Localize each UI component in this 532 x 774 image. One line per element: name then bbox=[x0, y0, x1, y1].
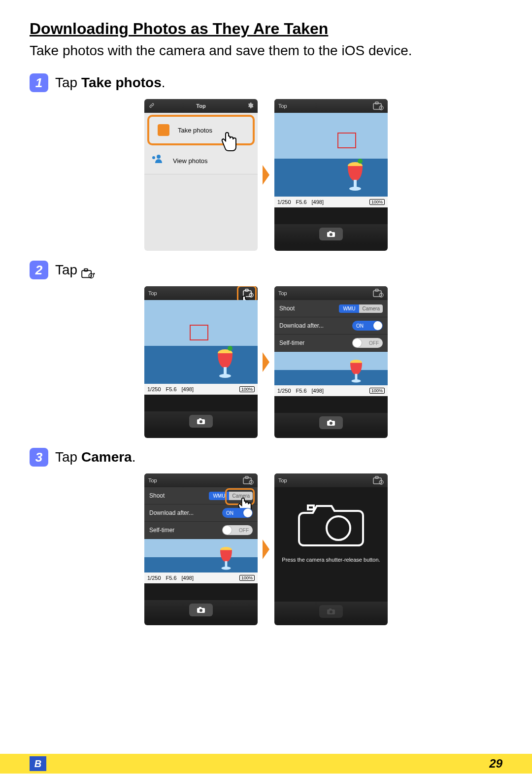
camera-info-bar: 1/250F5.6[498]100% bbox=[274, 385, 388, 396]
svg-rect-46 bbox=[225, 561, 228, 568]
page-footer: B 29 bbox=[0, 754, 532, 774]
step-1-number: 1 bbox=[30, 73, 48, 92]
step-3-number: 3 bbox=[30, 448, 48, 467]
step-1-text: Tap Take photos. bbox=[55, 75, 166, 91]
camera-settings-icon[interactable] bbox=[373, 476, 384, 485]
menu-view-photos[interactable]: View photos bbox=[144, 147, 258, 174]
download-toggle[interactable]: ON bbox=[352, 321, 383, 331]
camera-info-bar: 1/250F5.6[498]100% bbox=[144, 572, 258, 583]
svg-rect-58 bbox=[329, 608, 332, 610]
shutter-button[interactable] bbox=[189, 604, 213, 616]
screenshot-press-shutter: Top Press the camera shutter-release but… bbox=[274, 473, 388, 625]
header-top-small: Top bbox=[148, 290, 157, 296]
svg-rect-49 bbox=[199, 607, 201, 608]
svg-marker-3 bbox=[263, 165, 269, 185]
svg-point-40 bbox=[330, 422, 332, 425]
photo-subject bbox=[345, 157, 365, 194]
svg-point-34 bbox=[381, 295, 382, 296]
setting-download: Download after... ON bbox=[274, 317, 388, 335]
focus-indicator bbox=[190, 325, 208, 340]
screenshot-tap-gear: Top 1/250F5.6[498]100% bbox=[144, 286, 258, 438]
header-title: Top bbox=[155, 103, 247, 109]
shutter-button[interactable] bbox=[319, 228, 343, 240]
step-3: 3 Tap Camera. Top Shoot WMU Camera bbox=[30, 448, 502, 625]
svg-rect-2 bbox=[160, 129, 166, 131]
svg-point-59 bbox=[330, 610, 332, 613]
svg-rect-16 bbox=[84, 269, 88, 271]
screenshot-menu: Top Take photos View photos bbox=[144, 99, 258, 251]
header-gear-icon bbox=[247, 102, 254, 110]
svg-marker-51 bbox=[263, 539, 269, 559]
svg-point-56 bbox=[327, 516, 350, 540]
setting-selftimer: Self-timer OFF bbox=[274, 335, 388, 352]
step-3-text: Tap Camera. bbox=[55, 449, 135, 465]
camera-settings-inline-icon bbox=[81, 267, 92, 275]
header-top-small: Top bbox=[278, 103, 287, 109]
svg-rect-28 bbox=[199, 418, 201, 420]
svg-rect-13 bbox=[329, 231, 332, 233]
svg-point-26 bbox=[228, 346, 233, 351]
footer-page-number: 29 bbox=[489, 757, 502, 771]
setting-selftimer: Self-timer OFF bbox=[144, 522, 258, 539]
camera-outline-icon bbox=[294, 496, 368, 552]
screenshot-liveview: Top 1/250 F5.6 [498] bbox=[274, 99, 388, 251]
svg-point-37 bbox=[351, 379, 361, 382]
photo-subject bbox=[215, 344, 235, 381]
focus-indicator bbox=[337, 133, 356, 148]
svg-rect-32 bbox=[375, 289, 378, 291]
svg-rect-9 bbox=[354, 180, 357, 188]
svg-point-7 bbox=[381, 107, 382, 109]
intro-text: Take photos with the camera and save the… bbox=[30, 43, 502, 59]
svg-point-10 bbox=[349, 187, 361, 191]
svg-point-55 bbox=[381, 482, 382, 483]
shoot-segmented[interactable]: WMU Camera bbox=[339, 304, 383, 313]
arrow-icon bbox=[263, 352, 269, 372]
shutter-button[interactable] bbox=[189, 415, 213, 428]
arrow-icon bbox=[263, 165, 269, 185]
svg-point-50 bbox=[200, 609, 202, 612]
arrow-icon bbox=[263, 539, 269, 559]
svg-point-11 bbox=[358, 159, 363, 164]
svg-point-14 bbox=[330, 233, 332, 236]
menu-view-photos-label: View photos bbox=[173, 157, 208, 165]
footer-section-badge: B bbox=[30, 756, 46, 771]
svg-point-47 bbox=[221, 567, 231, 570]
camera-settings-icon[interactable] bbox=[373, 101, 384, 110]
step-2-number: 2 bbox=[30, 261, 48, 279]
view-photos-icon bbox=[150, 152, 167, 169]
header-link-icon bbox=[148, 102, 155, 110]
svg-rect-5 bbox=[375, 102, 378, 104]
svg-rect-39 bbox=[329, 420, 332, 421]
svg-rect-53 bbox=[375, 476, 378, 478]
step-1: 1 Tap Take photos. Top Take pho bbox=[30, 73, 502, 251]
svg-point-44 bbox=[251, 482, 252, 483]
shutter-button[interactable] bbox=[319, 416, 343, 429]
camera-info-bar: 1/250F5.6[498]100% bbox=[144, 384, 258, 395]
selftimer-toggle[interactable]: OFF bbox=[222, 525, 253, 535]
menu-take-photos-label: Take photos bbox=[178, 127, 212, 134]
shutter-button-disabled bbox=[319, 605, 343, 618]
camera-info-bar: 1/250 F5.6 [498] 100% bbox=[274, 197, 388, 207]
press-shutter-message: Press the camera shutter-release button. bbox=[278, 552, 384, 563]
camera-settings-icon[interactable] bbox=[243, 476, 254, 485]
svg-point-29 bbox=[200, 420, 202, 423]
photo-subject bbox=[347, 356, 365, 385]
selftimer-toggle[interactable]: OFF bbox=[352, 338, 383, 348]
step-2-text: Tap . bbox=[55, 262, 96, 278]
step-2: 2 Tap . Top bbox=[30, 261, 502, 438]
section-title: Downloading Photos as They Are Taken bbox=[30, 20, 502, 38]
camera-settings-icon[interactable] bbox=[373, 289, 384, 298]
screenshot-tap-camera: Top Shoot WMU Camera bbox=[144, 473, 258, 625]
screenshot-settings: Top Shoot WMU Camera Download after... O… bbox=[274, 286, 388, 438]
svg-rect-42 bbox=[245, 476, 248, 478]
download-toggle[interactable]: ON bbox=[222, 508, 253, 518]
setting-shoot: Shoot WMU Camera bbox=[274, 300, 388, 317]
svg-marker-30 bbox=[263, 352, 269, 372]
photo-subject bbox=[217, 543, 235, 572]
take-photos-icon bbox=[155, 122, 172, 138]
svg-rect-24 bbox=[224, 367, 227, 375]
tap-hand-icon bbox=[218, 130, 240, 157]
svg-rect-36 bbox=[355, 374, 358, 380]
svg-point-25 bbox=[219, 374, 231, 378]
